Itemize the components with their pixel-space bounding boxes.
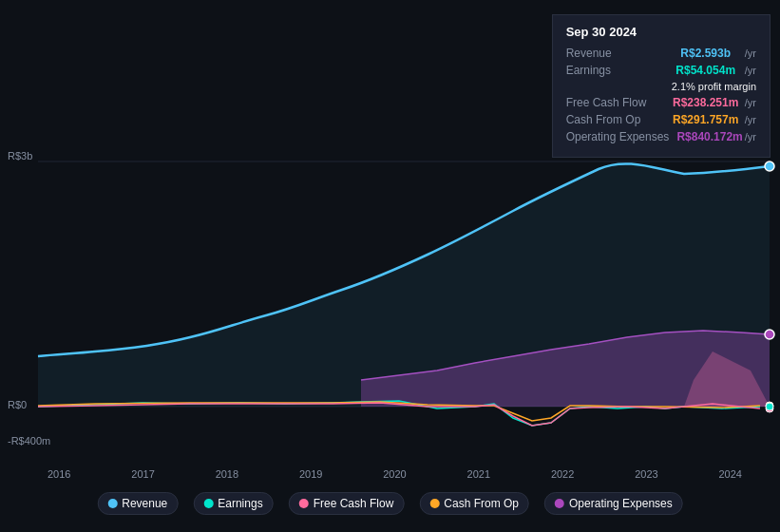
y-label-r3b: R$3b: [8, 150, 32, 162]
x-label-2018: 2018: [216, 468, 238, 480]
x-axis: 2016 2017 2018 2019 2020 2021 2022 2023 …: [0, 468, 780, 480]
tooltip-cashfromop-value: R$291.757m: [673, 113, 738, 126]
tooltip-opex-row: Operating Expenses R$840.172m /yr: [566, 130, 756, 143]
tooltip-revenue-unit: /yr: [745, 48, 756, 59]
tooltip-fcf-unit: /yr: [745, 97, 756, 108]
legend-label-fcf: Free Cash Flow: [314, 497, 394, 510]
tooltip-date: Sep 30 2024: [566, 25, 756, 39]
x-label-2019: 2019: [299, 468, 322, 480]
tooltip-revenue-value: R$2.593b: [680, 47, 731, 60]
svg-point-3: [765, 162, 774, 171]
x-label-2022: 2022: [551, 468, 574, 480]
profit-margin-text: 2.1% profit margin: [672, 81, 756, 92]
tooltip-earnings-value: R$54.054m: [675, 64, 735, 77]
tooltip-cashfromop-label: Cash From Op: [566, 113, 661, 126]
legend-dot-opex: [555, 499, 564, 508]
svg-point-7: [766, 403, 773, 410]
tooltip-cashfromop-unit: /yr: [745, 114, 756, 125]
tooltip-fcf-value: R$238.251m: [673, 96, 738, 109]
x-label-2017: 2017: [131, 468, 154, 480]
tooltip-cashfromop-row: Cash From Op R$291.757m /yr: [566, 113, 756, 126]
legend-label-revenue: Revenue: [122, 497, 167, 510]
tooltip-fcf-label: Free Cash Flow: [566, 96, 661, 109]
legend-label-opex: Operating Expenses: [569, 497, 673, 510]
x-label-2016: 2016: [48, 468, 70, 480]
svg-point-4: [765, 330, 774, 339]
tooltip-opex-label: Operating Expenses: [566, 130, 670, 143]
legend-label-earnings: Earnings: [218, 497, 262, 510]
tooltip-opex-unit: /yr: [745, 131, 756, 142]
legend: Revenue Earnings Free Cash Flow Cash Fro…: [97, 492, 683, 515]
legend-dot-earnings: [203, 499, 213, 508]
chart-container: R$3b R$0 -R$400m 2016 2017 2018 2019 202…: [0, 0, 780, 532]
y-label-neg: -R$400m: [8, 435, 50, 446]
profit-margin-row: 2.1% profit margin: [566, 81, 756, 92]
x-label-2024: 2024: [719, 468, 742, 480]
legend-item-earnings[interactable]: Earnings: [193, 492, 273, 515]
tooltip-revenue-label: Revenue: [566, 47, 661, 60]
legend-dot-revenue: [107, 499, 117, 508]
legend-item-opex[interactable]: Operating Expenses: [544, 492, 683, 515]
tooltip-opex-value: R$840.172m: [676, 130, 742, 143]
legend-dot-fcf: [299, 499, 309, 508]
tooltip-fcf-row: Free Cash Flow R$238.251m /yr: [566, 96, 756, 109]
x-label-2023: 2023: [635, 468, 657, 480]
legend-item-revenue[interactable]: Revenue: [97, 492, 178, 515]
tooltip-earnings-unit: /yr: [745, 65, 756, 76]
tooltip-earnings-row: Earnings R$54.054m /yr: [566, 64, 756, 77]
tooltip-box: Sep 30 2024 Revenue R$2.593b /yr Earning…: [552, 14, 770, 158]
x-label-2020: 2020: [383, 468, 406, 480]
y-label-r0: R$0: [8, 399, 27, 410]
x-label-2021: 2021: [467, 468, 490, 480]
legend-item-cashfromop[interactable]: Cash From Op: [419, 492, 529, 515]
legend-item-fcf[interactable]: Free Cash Flow: [289, 492, 405, 515]
legend-label-cashfromop: Cash From Op: [444, 497, 519, 510]
legend-dot-cashfromop: [429, 499, 439, 508]
tooltip-revenue-row: Revenue R$2.593b /yr: [566, 47, 756, 60]
tooltip-earnings-label: Earnings: [566, 64, 661, 77]
